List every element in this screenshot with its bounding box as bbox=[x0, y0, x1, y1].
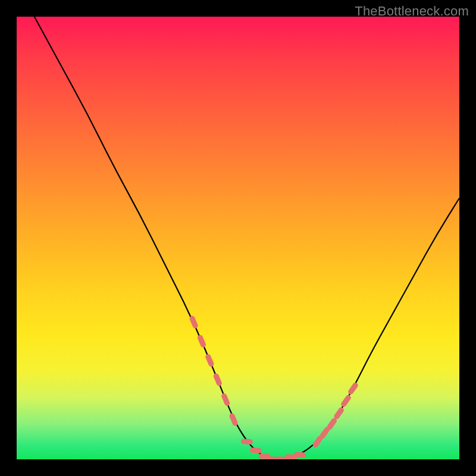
highlight-dash bbox=[347, 381, 359, 395]
highlight-dash bbox=[205, 353, 215, 368]
chart-svg bbox=[17, 17, 459, 459]
highlight-dash bbox=[212, 372, 223, 387]
highlight-dash bbox=[326, 417, 338, 431]
bottleneck-curve bbox=[35, 17, 459, 459]
highlight-dash bbox=[228, 412, 239, 427]
highlight-dash bbox=[294, 452, 306, 458]
plot-area bbox=[17, 17, 459, 459]
curve-group bbox=[35, 17, 459, 459]
highlight-group bbox=[189, 315, 359, 459]
highlight-dash bbox=[241, 439, 253, 444]
highlight-dash bbox=[197, 334, 207, 349]
chart-frame: TheBottleneck.com bbox=[0, 0, 476, 476]
highlight-dash bbox=[333, 406, 345, 420]
highlight-dash bbox=[189, 315, 199, 329]
highlight-dash bbox=[221, 393, 231, 407]
highlight-dash bbox=[340, 394, 352, 408]
highlight-dash bbox=[250, 447, 262, 453]
